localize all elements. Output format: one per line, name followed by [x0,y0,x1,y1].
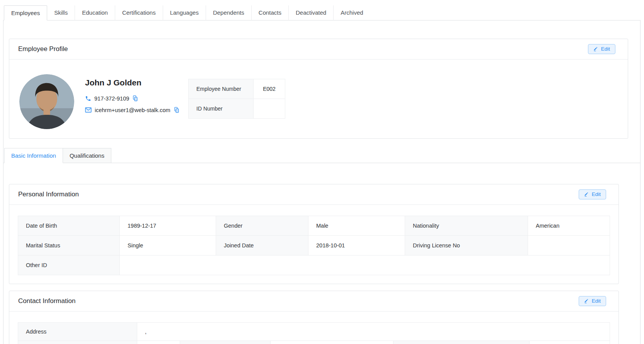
tab-certifications[interactable]: Certifications [115,5,163,20]
pencil-icon [593,46,598,51]
main-tab-bar: Employees Skills Education Certification… [0,0,644,20]
detail-tab-bar: Basic Information Qualifications [3,148,640,163]
profile-edit-button[interactable]: Edit [588,44,615,54]
tab-dependents[interactable]: Dependents [206,5,251,20]
contact-information-table: Address , City Country United States Pos… [18,322,610,344]
contact-edit-button[interactable]: Edit [579,296,606,306]
driving-license-value [528,236,610,255]
personal-information-title: Personal Information [18,191,79,198]
country-value: United States [271,341,394,344]
nationality-value: American [528,216,610,236]
tab-archived[interactable]: Archived [333,5,370,20]
address-label: Address [18,323,137,341]
gender-label: Gender [216,216,308,236]
dob-value: 1989-12-17 [120,216,216,236]
city-label: City [18,341,137,344]
employee-photo[interactable] [19,74,74,129]
joined-date-value: 2018-10-01 [308,236,405,255]
phone-number: 917-372-9109 [94,95,129,102]
personal-edit-button[interactable]: Edit [579,189,606,199]
employee-id-table: Employee Number E002 ID Number [188,79,285,119]
tab-deactivated[interactable]: Deactivated [288,5,333,20]
country-label: Country [180,341,271,344]
employee-profile-title: Employee Profile [18,45,68,53]
city-value [137,341,180,344]
email-address: icehrm+user1@web-stalk.com [95,107,170,113]
employee-profile-body: John J Golden 917-372-9109 [9,60,628,138]
id-number-value [254,99,285,119]
personal-information-body: Date of Birth 1989-12-17 Gender Male Nat… [9,205,618,284]
employee-profile-header: Employee Profile Edit [9,39,628,60]
other-id-label: Other ID [18,255,120,275]
pencil-icon [584,298,589,303]
marital-status-value: Single [120,236,216,255]
id-number-label: ID Number [189,99,254,119]
postal-zip-value [530,341,610,344]
edit-label: Edit [592,191,601,197]
copy-phone-icon[interactable] [132,95,138,102]
postal-zip-label: Postal/Zip Code [394,341,530,344]
contact-information-title: Contact Information [18,297,75,305]
joined-date-label: Joined Date [216,236,308,255]
edit-label: Edit [601,46,610,52]
table-row: Other ID [18,255,610,275]
tab-basic-information[interactable]: Basic Information [4,148,63,163]
contact-information-body: Address , City Country United States Pos… [9,312,618,344]
tab-contacts[interactable]: Contacts [251,5,288,20]
tab-qualifications[interactable]: Qualifications [63,148,111,163]
contact-information-card: Contact Information Edit [9,291,619,344]
personal-information-card: Personal Information Edit [9,184,619,284]
table-row: City Country United States Postal/Zip Co… [18,341,610,344]
employee-name: John J Golden [85,78,177,87]
edit-label: Edit [592,298,601,304]
table-row: Address , [18,323,610,341]
table-row: Employee Number E002 [189,79,285,99]
tab-education[interactable]: Education [75,5,115,20]
driving-license-label: Driving License No [405,236,528,255]
envelope-icon [85,107,92,113]
table-row: Marital Status Single Joined Date 2018-1… [18,236,610,255]
email-row: icehrm+user1@web-stalk.com [85,107,177,113]
personal-information-table: Date of Birth 1989-12-17 Gender Male Nat… [18,216,610,275]
basic-information-panel: Personal Information Edit [3,163,640,344]
marital-status-label: Marital Status [18,236,120,255]
pencil-icon [584,192,589,197]
tab-languages[interactable]: Languages [163,5,206,20]
employee-number-value: E002 [254,79,285,99]
employee-number-label: Employee Number [189,79,254,99]
contact-information-header: Contact Information Edit [9,291,618,312]
gender-value: Male [308,216,405,236]
tab-employees[interactable]: Employees [4,5,47,20]
phone-icon [85,95,91,102]
copy-email-icon[interactable] [174,107,179,113]
table-row: Date of Birth 1989-12-17 Gender Male Nat… [18,216,610,236]
tab-skills[interactable]: Skills [47,5,75,20]
phone-row: 917-372-9109 [85,95,177,102]
employee-profile-card: Employee Profile Edit [9,39,628,139]
nationality-label: Nationality [405,216,528,236]
dob-label: Date of Birth [18,216,120,236]
employee-identity: John J Golden 917-372-9109 [85,74,177,118]
address-value: , [137,323,610,341]
other-id-value [120,255,610,275]
personal-information-header: Personal Information Edit [9,184,618,205]
employees-panel: Employee Profile Edit [3,20,641,344]
table-row: ID Number [189,99,285,119]
